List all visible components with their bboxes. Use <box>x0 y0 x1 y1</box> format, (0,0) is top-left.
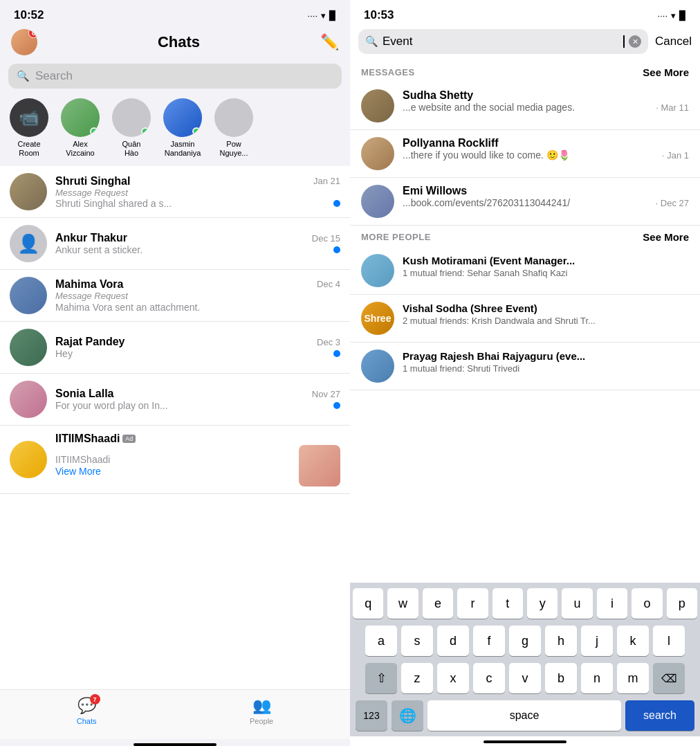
key-m[interactable]: m <box>617 663 649 693</box>
key-u[interactable]: u <box>562 588 592 619</box>
chat-name: Ankur Thakur <box>55 232 127 244</box>
battery-icon: ▉ <box>329 10 336 21</box>
key-d[interactable]: d <box>437 626 469 656</box>
chat-avatar <box>10 381 47 418</box>
quan-avatar <box>112 98 151 137</box>
chats-nav-icon: 💬 7 <box>77 697 96 715</box>
people-see-more[interactable]: See More <box>643 231 689 243</box>
result-preview: ...book.com/events/276203113044241/ <box>403 197 570 208</box>
result-date: · Dec 27 <box>656 198 689 208</box>
chat-item[interactable]: Mahima Vora Dec 4 Message Request Mahima… <box>0 270 350 322</box>
key-q[interactable]: q <box>353 588 383 619</box>
people-result-item[interactable]: Shree Vishal Sodha (Shree Event) 2 mutua… <box>350 295 700 343</box>
chat-content: Mahima Vora Dec 4 Message Request Mahima… <box>55 278 340 313</box>
key-z[interactable]: z <box>401 663 433 693</box>
user-avatar[interactable]: 6 <box>11 29 37 55</box>
key-backspace[interactable]: ⌫ <box>653 663 685 693</box>
key-o[interactable]: o <box>632 588 662 619</box>
key-w[interactable]: w <box>387 588 418 619</box>
people-result-item[interactable]: Kush Motiramani (Event Manager... 1 mutu… <box>350 247 700 295</box>
chat-content: IITIIMShaadi Ad IITIIMShaadi View More <box>55 433 340 486</box>
key-h[interactable]: h <box>545 626 577 656</box>
key-space[interactable]: space <box>427 700 621 731</box>
result-preview: ...there if you would like to come. 🙂🌷 <box>403 149 570 161</box>
chat-name: Mahima Vora <box>55 278 123 291</box>
people-name: Kush Motiramani (Event Manager... <box>403 254 575 268</box>
key-r[interactable]: r <box>457 588 488 619</box>
view-more-link[interactable]: View More <box>55 466 101 477</box>
search-input-value[interactable]: Event <box>383 35 619 48</box>
chat-item[interactable]: Sonia Lalla Nov 27 For your word play on… <box>0 374 350 426</box>
result-content: Emi Willows ...book.com/events/276203113… <box>403 185 689 208</box>
left-status-time: 10:52 <box>14 8 44 22</box>
key-b[interactable]: b <box>545 663 577 693</box>
nav-item-people[interactable]: 👥 People <box>250 697 273 725</box>
people-nav-icon: 👥 <box>252 697 271 715</box>
result-avatar <box>361 89 394 122</box>
chat-content: Sonia Lalla Nov 27 For your word play on… <box>55 388 340 411</box>
chat-name: Sonia Lalla <box>55 388 113 400</box>
quan-label: QuânHào <box>122 140 141 158</box>
people-avatar: Shree <box>361 302 394 335</box>
people-name: Vishal Sodha (Shree Event) <box>403 302 596 316</box>
create-room-label: CreateRoom <box>17 140 40 158</box>
more-people-section-header: MORE PEOPLE See More <box>350 226 700 247</box>
key-p[interactable]: p <box>667 588 697 619</box>
message-result-item[interactable]: Emi Willows ...book.com/events/276203113… <box>350 178 700 226</box>
search-input-box[interactable]: 🔍 Event ✕ <box>358 29 648 54</box>
message-result-item[interactable]: Pollyanna Rockliff ...there if you would… <box>350 130 700 178</box>
chat-name: Rajat Pandey <box>55 336 125 348</box>
chat-time: Nov 27 <box>312 389 340 399</box>
key-shift[interactable]: ⇧ <box>365 663 397 693</box>
messages-see-more[interactable]: See More <box>643 66 689 78</box>
story-item-alex[interactable]: AlexVizcaino <box>59 98 101 158</box>
key-123[interactable]: 123 <box>356 700 387 731</box>
chat-item[interactable]: Rajat Pandey Dec 3 Hey <box>0 322 350 374</box>
result-date: · Mar 11 <box>656 102 689 113</box>
key-f[interactable]: f <box>473 626 505 656</box>
chat-item[interactable]: 👤 Ankur Thakur Dec 15 Ankur sent a stick… <box>0 218 350 270</box>
key-x[interactable]: x <box>437 663 469 693</box>
key-k[interactable]: k <box>617 626 649 656</box>
chat-item[interactable]: Shruti Singhal Jan 21 Message Request Sh… <box>0 166 350 218</box>
chat-time: Jan 21 <box>313 176 340 186</box>
signal-icon: ···· <box>308 10 317 21</box>
right-home-indicator <box>483 740 567 743</box>
key-s[interactable]: s <box>401 626 433 656</box>
key-l[interactable]: l <box>653 626 685 656</box>
right-status-time: 10:53 <box>364 8 394 22</box>
avatar-badge: 6 <box>28 29 37 38</box>
key-v[interactable]: v <box>509 663 541 693</box>
chat-item-ad[interactable]: IITIIMShaadi Ad IITIIMShaadi View More <box>0 426 350 494</box>
create-room-avatar: 📹 <box>10 98 48 137</box>
people-avatar <box>361 254 394 287</box>
key-n[interactable]: n <box>581 663 613 693</box>
chats-header: 6 Chats ✏️ <box>0 25 350 61</box>
key-a[interactable]: a <box>365 626 397 656</box>
key-search[interactable]: search <box>625 700 694 731</box>
right-status-bar: 10:53 ···· ▾ ▉ <box>350 0 700 25</box>
nav-item-chats[interactable]: 💬 7 Chats <box>77 697 97 725</box>
people-content: Prayag Rajesh Bhai Rajyaguru (eve... 1 m… <box>403 349 585 374</box>
story-item-jasmin[interactable]: JasminNandaniya <box>162 98 203 158</box>
key-i[interactable]: i <box>597 588 627 619</box>
wifi-icon: ▾ <box>321 10 326 21</box>
people-result-item[interactable]: Prayag Rajesh Bhai Rajyaguru (eve... 1 m… <box>350 343 700 390</box>
key-y[interactable]: y <box>527 588 558 619</box>
message-result-item[interactable]: Sudha Shetty ...e website and the social… <box>350 82 700 130</box>
key-e[interactable]: e <box>423 588 453 619</box>
story-item-create[interactable]: 📹 CreateRoom <box>8 98 50 158</box>
compose-icon[interactable]: ✏️ <box>320 33 339 51</box>
search-placeholder: Search <box>35 69 73 83</box>
search-clear-button[interactable]: ✕ <box>629 35 641 48</box>
key-g[interactable]: g <box>509 626 541 656</box>
key-j[interactable]: j <box>581 626 613 656</box>
search-bar[interactable]: 🔍 Search <box>8 64 342 89</box>
story-item-pow[interactable]: PowNguye... <box>213 98 255 158</box>
key-t[interactable]: t <box>492 588 523 619</box>
key-emoji[interactable]: 🌐 <box>392 700 423 731</box>
story-item-quan[interactable]: QuânHào <box>111 98 152 158</box>
cancel-button[interactable]: Cancel <box>655 35 692 48</box>
messages-label: MESSAGES <box>361 67 415 78</box>
key-c[interactable]: c <box>473 663 505 693</box>
